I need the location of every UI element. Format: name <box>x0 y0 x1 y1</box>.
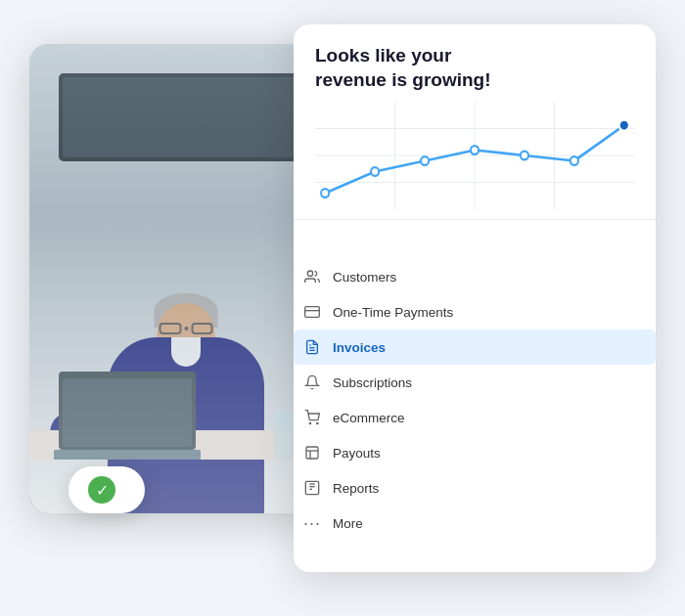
dashboard-card: Looks like yourrevenue is growing! <box>294 24 656 572</box>
header-title: Looks like yourrevenue is growing! <box>315 44 490 92</box>
ecommerce-label: eCommerce <box>333 411 405 425</box>
menu-list: Customers One-Time Payments <box>294 259 656 541</box>
menu-item-customers[interactable]: Customers <box>294 259 656 294</box>
dashboard-header: Looks like yourrevenue is growing! <box>294 24 656 102</box>
invoice-badge: ✓ <box>68 466 145 513</box>
invoice-check-icon: ✓ <box>88 476 115 504</box>
menu-item-payouts[interactable]: Payouts <box>294 435 656 470</box>
payouts-label: Payouts <box>333 446 381 461</box>
svg-point-11 <box>571 156 578 165</box>
subscriptions-icon <box>303 374 321 391</box>
chart-area <box>294 102 656 219</box>
reports-label: Reports <box>333 481 379 496</box>
svg-point-10 <box>521 152 528 160</box>
svg-point-18 <box>309 423 310 424</box>
ecommerce-icon <box>303 409 321 426</box>
payouts-icon <box>303 444 321 462</box>
svg-point-13 <box>307 271 312 276</box>
scene: ✓ Looks like yourrevenue is growing! <box>29 24 656 592</box>
menu-item-more[interactable]: ··· More <box>294 506 656 541</box>
svg-point-9 <box>471 146 479 154</box>
invoices-icon <box>303 338 321 356</box>
svg-point-19 <box>317 423 318 424</box>
menu-item-reports[interactable]: Reports <box>294 470 656 506</box>
more-icon: ··· <box>303 514 321 532</box>
manage-payments-section <box>294 220 656 259</box>
subscriptions-label: Subscriptions <box>333 375 412 390</box>
svg-point-7 <box>371 167 379 176</box>
menu-item-ecommerce[interactable]: eCommerce <box>294 400 656 435</box>
revenue-chart <box>315 102 634 209</box>
more-label: More <box>333 516 363 531</box>
svg-point-12 <box>619 120 629 131</box>
invoices-label: Invoices <box>333 340 386 355</box>
customers-icon <box>303 268 321 286</box>
customers-label: Customers <box>333 270 396 285</box>
menu-item-subscriptions[interactable]: Subscriptions <box>294 365 656 400</box>
one-time-payments-icon <box>303 303 321 321</box>
reports-icon <box>303 479 321 497</box>
svg-rect-14 <box>305 307 320 318</box>
svg-rect-20 <box>306 447 318 459</box>
svg-point-6 <box>321 189 329 198</box>
menu-item-invoices[interactable]: Invoices <box>294 330 656 365</box>
menu-item-one-time-payments[interactable]: One-Time Payments <box>294 294 656 330</box>
svg-point-8 <box>421 156 429 165</box>
one-time-payments-label: One-Time Payments <box>333 305 453 320</box>
